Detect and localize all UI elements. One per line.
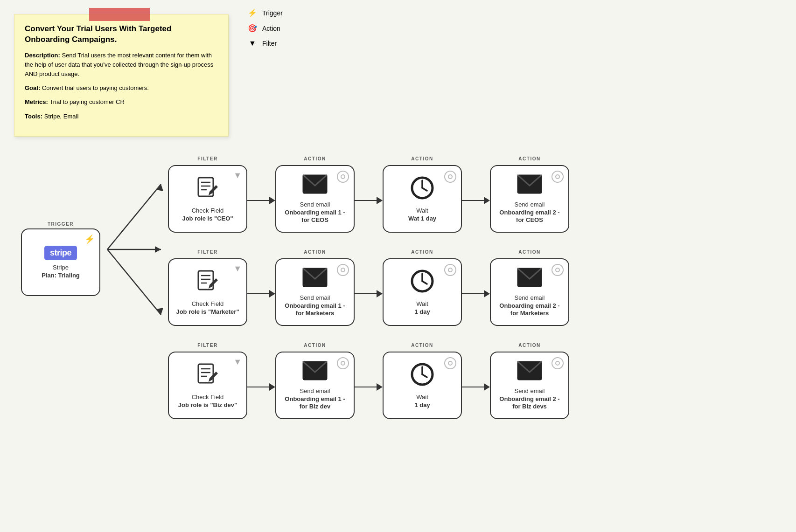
filter-ceo: FILTER ▼ Check Field Job role is "CEO"	[168, 156, 247, 233]
filter-bizdev-card[interactable]: ▼ Check Field Job role is "Biz dev"	[168, 352, 247, 419]
sticky-metrics: Metrics: Trial to paying customer CR	[25, 97, 218, 107]
clock-icon-m	[410, 269, 434, 297]
filter-edit-icon-3	[196, 362, 220, 390]
filter-edit-icon	[196, 176, 220, 203]
action-badge-b1	[337, 357, 349, 369]
arrow-ceo-3	[462, 197, 490, 204]
action-ceo-email1: ACTION Send email Onboarding email 1 - f…	[275, 156, 355, 233]
svg-marker-1	[156, 184, 163, 191]
action-badge-icon	[337, 171, 349, 183]
action-bizdev-email1-title: Send email Onboarding email 1 - for Biz …	[282, 387, 348, 411]
trigger-icon: ⚡	[247, 8, 258, 17]
filter-funnel-icon: ▼	[233, 171, 242, 180]
svg-line-4	[107, 249, 161, 315]
legend-trigger: ⚡ Trigger	[247, 8, 283, 17]
arrow-bizdev-1	[247, 383, 275, 391]
legend: ⚡ Trigger 🎯 Action ▼ Filter	[247, 8, 283, 48]
action-marketer-email1: ACTION Send email Onboarding email 1 - f…	[275, 249, 355, 326]
action-marketer-email1-label: ACTION	[304, 249, 326, 255]
action-bizdev-email1-label: ACTION	[304, 343, 326, 348]
sticky-note: Convert Your Trial Users With Targeted O…	[14, 14, 229, 137]
fan-arrows-svg	[14, 156, 154, 455]
sticky-tools-text: Stripe, Email	[44, 113, 79, 120]
filter-edit-icon-2	[196, 269, 220, 297]
action-marketer-email2-title: Send email Onboarding email 2 - for Mark…	[496, 294, 563, 318]
email-icon-b1	[302, 361, 328, 384]
action-ceo-wait-card[interactable]: Wait Wat 1 day	[383, 165, 462, 233]
action-ceo-email1-card[interactable]: Send email Onboarding email 1 - for CEOS	[275, 165, 355, 233]
action-bizdev-wait-card[interactable]: Wait 1 day	[383, 352, 462, 419]
filter-marketer-card[interactable]: ▼ Check Field Job role is "Marketer"	[168, 258, 247, 326]
arrow-marketer-2	[355, 290, 383, 297]
sticky-description-label: Description:	[25, 52, 60, 59]
arrow-ceo-1	[247, 197, 275, 204]
email-icon-m1	[302, 268, 328, 290]
legend-trigger-label: Trigger	[262, 9, 283, 17]
action-ceo-email2-card[interactable]: Send email Onboarding email 2 - for CEOS	[490, 165, 569, 233]
trigger-card-title: Stripe Plan: Trialing	[42, 264, 80, 280]
filter-marketer-title: Check Field Job role is "Marketer"	[176, 300, 239, 316]
sticky-title: Convert Your Trial Users With Targeted O…	[25, 24, 218, 45]
action-ceo-email1-title: Send email Onboarding email 1 - for CEOS	[282, 201, 348, 225]
legend-filter: ▼ Filter	[247, 39, 283, 48]
legend-action: 🎯 Action	[247, 24, 283, 33]
stripe-logo: stripe	[44, 246, 77, 260]
arrow-ceo-2	[355, 197, 383, 204]
row-bizdev: FILTER ▼ Check Field Job role is "Biz	[168, 343, 569, 419]
sticky-goal-label: Goal:	[25, 84, 40, 91]
legend-action-label: Action	[262, 25, 280, 32]
action-bizdev-wait-label: ACTION	[411, 343, 433, 348]
action-bizdev-email2: ACTION Send email Onboarding email 2 - f…	[490, 343, 569, 419]
filter-icon: ▼	[247, 39, 258, 48]
svg-marker-5	[156, 308, 163, 315]
arrow-marketer-3	[462, 290, 490, 297]
action-badge-icon-2	[444, 171, 456, 183]
row-ceo: FILTER ▼ Check Field Job role is "CEO"	[168, 156, 569, 233]
action-marketer-wait-title: Wait 1 day	[414, 300, 430, 316]
trigger-label: TRIGGER	[21, 221, 100, 227]
action-marketer-wait-label: ACTION	[411, 249, 433, 255]
sticky-tape	[89, 8, 150, 21]
action-marketer-email2: ACTION Send email Onboarding email 2 - f…	[490, 249, 569, 326]
filter-funnel-icon-2: ▼	[233, 264, 242, 274]
action-marketer-wait: ACTION Wait 1 day	[383, 249, 462, 326]
svg-marker-3	[155, 246, 161, 253]
sticky-goal-text: Convert trial users to paying customers.	[42, 84, 149, 91]
filter-bizdev-label: FILTER	[197, 343, 217, 348]
action-icon: 🎯	[247, 24, 258, 33]
action-bizdev-email1-card[interactable]: Send email Onboarding email 1 - for Biz …	[275, 352, 355, 419]
action-bizdev-email2-label: ACTION	[518, 343, 540, 348]
trigger-card[interactable]: ⚡ stripe Stripe Plan: Trialing	[21, 228, 100, 296]
action-ceo-wait-title: Wait Wat 1 day	[408, 207, 436, 223]
email-icon-2	[517, 174, 542, 197]
sticky-metrics-label: Metrics:	[25, 98, 48, 105]
sticky-tools-label: Tools:	[25, 113, 42, 120]
action-badge-bw	[444, 357, 456, 369]
row-marketer: FILTER ▼ Check Field Job role is "Mark	[168, 249, 569, 326]
filter-funnel-icon-3: ▼	[233, 357, 242, 367]
action-marketer-wait-card[interactable]: Wait 1 day	[383, 258, 462, 326]
svg-line-0	[107, 184, 161, 249]
sticky-metrics-text: Trial to paying customer CR	[49, 98, 125, 105]
action-ceo-wait-label: ACTION	[411, 156, 433, 161]
filter-marketer-label: FILTER	[197, 249, 217, 255]
arrow-marketer-1	[247, 290, 275, 297]
sticky-description: Description: Send Trial users the most r…	[25, 51, 218, 79]
trigger-lightning-icon: ⚡	[84, 234, 95, 244]
action-marketer-email1-title: Send email Onboarding email 1 - for Mark…	[282, 294, 348, 318]
filter-ceo-card[interactable]: ▼ Check Field Job role is "CEO"	[168, 165, 247, 233]
filter-bizdev-title: Check Field Job role is "Biz dev"	[178, 394, 237, 409]
action-ceo-email2-title: Send email Onboarding email 2 - for CEOS	[496, 201, 563, 225]
sticky-tools: Tools: Stripe, Email	[25, 112, 218, 121]
action-marketer-email2-card[interactable]: Send email Onboarding email 2 - for Mark…	[490, 258, 569, 326]
arrow-bizdev-3	[462, 383, 490, 391]
action-bizdev-email2-title: Send email Onboarding email 2 - for Biz …	[496, 387, 563, 411]
email-icon-1	[302, 174, 328, 197]
filter-ceo-title: Check Field Job role is "CEO"	[182, 207, 233, 223]
action-marketer-email1-card[interactable]: Send email Onboarding email 1 - for Mark…	[275, 258, 355, 326]
filter-ceo-label: FILTER	[197, 156, 217, 161]
action-bizdev-email2-card[interactable]: Send email Onboarding email 2 - for Biz …	[490, 352, 569, 419]
action-bizdev-email1: ACTION Send email Onboarding email 1 - f…	[275, 343, 355, 419]
filter-bizdev: FILTER ▼ Check Field Job role is "Biz	[168, 343, 247, 419]
legend-filter-label: Filter	[262, 40, 277, 47]
